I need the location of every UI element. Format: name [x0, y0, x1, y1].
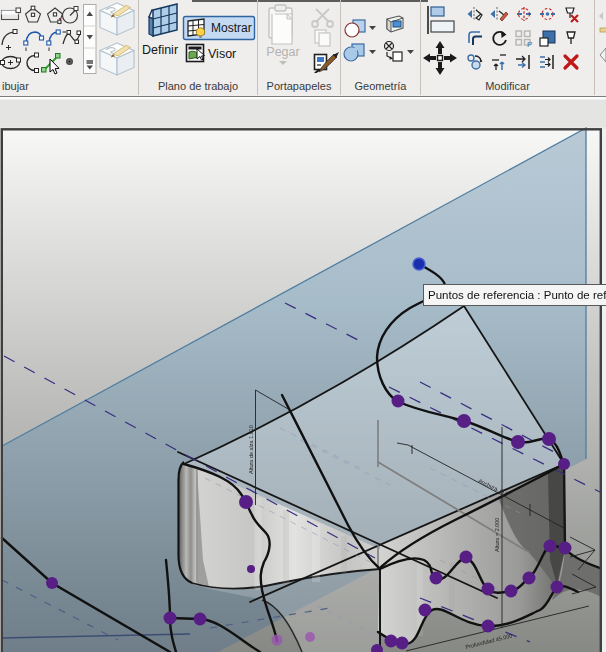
svg-text:Altura de alza 1.910: Altura de alza 1.910: [248, 425, 254, 474]
svg-text:Visor: Visor: [208, 47, 236, 61]
svg-text:Puntos de referencia : Punto d: Puntos de referencia : Punto de ref: [428, 289, 606, 301]
svg-text:Mostrar: Mostrar: [211, 21, 252, 35]
svg-text:Altura = 2.000: Altura = 2.000: [494, 518, 500, 552]
svg-text:P: P: [527, 40, 532, 49]
svg-text:Definir: Definir: [142, 43, 178, 57]
svg-text:Pegar: Pegar: [266, 45, 299, 59]
